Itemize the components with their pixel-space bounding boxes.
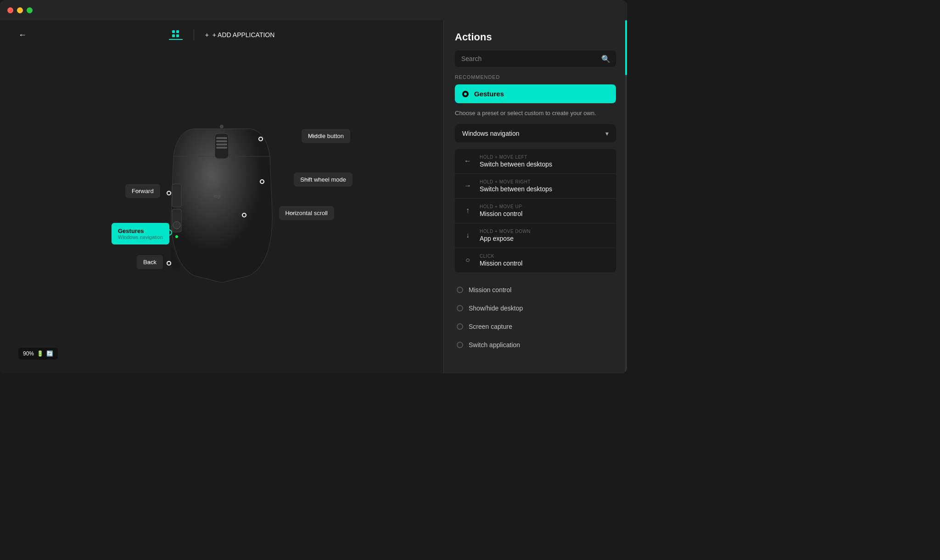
gesture-hint: HOLD + MOVE RIGHT [480,179,552,184]
svg-rect-3 [216,144,227,145]
other-option[interactable]: Mission control [455,282,616,298]
shift-wheel-text: Shift wheel mode [300,176,346,183]
svg-text:logi: logi [213,194,221,199]
gesture-list: ← HOLD + MOVE LEFT Switch between deskto… [455,149,616,272]
search-icon: 🔍 [601,55,610,63]
svg-rect-4 [216,147,227,149]
battery-bar: 90% 🔋 🔄 [18,348,58,360]
back-button[interactable]: ← [18,30,27,40]
svg-rect-1 [216,137,227,139]
svg-rect-2 [216,140,227,142]
preset-dropdown[interactable]: Windows navigation ▾ [455,124,616,143]
svg-point-7 [173,222,180,229]
battery-percent: 90% [23,350,34,357]
back-dot [167,261,171,266]
close-button[interactable] [7,7,13,13]
recommended-label: RECOMMENDED [455,74,616,80]
gesture-name: Switch between desktops [480,161,552,168]
titlebar [0,0,627,20]
traffic-lights [7,7,33,13]
back-label[interactable]: Back [137,255,163,269]
gesture-hint: HOLD + MOVE DOWN [480,229,531,234]
apps-grid-icon [172,30,179,37]
horizontal-scroll-label[interactable]: Horizontal scroll [279,206,334,220]
scrollbar-thumb[interactable] [625,20,627,75]
mouse-diagram: logi Middle button Shift wheel mode [66,92,378,331]
gestures-option-label: Gestures [474,90,504,98]
chevron-down-icon: ▾ [605,130,609,137]
svg-rect-5 [172,184,181,207]
horizontal-scroll-text: Horizontal scroll [285,210,328,216]
toolbar-separator [194,29,194,40]
gesture-arrow-icon: ↓ [462,230,473,241]
gesture-item[interactable]: ← HOLD + MOVE LEFT Switch between deskto… [455,149,616,174]
gesture-text-content: HOLD + MOVE UP Mission control [480,204,522,217]
other-option-label: Mission control [469,286,511,294]
gesture-name: Switch between desktops [480,185,552,193]
gesture-item[interactable]: ↑ HOLD + MOVE UP Mission control [455,199,616,223]
gesture-hint: HOLD + MOVE LEFT [480,155,552,160]
add-application-button[interactable]: + + ADD APPLICATION [205,31,275,39]
horizontal-scroll-dot [242,213,246,217]
gesture-hint: CLICK [480,254,522,259]
gesture-arrow-icon: ↑ [462,205,473,216]
middle-button-label[interactable]: Middle button [302,129,350,143]
gesture-name: App expose [480,235,531,242]
search-input[interactable] [455,50,616,67]
gesture-arrow-icon: ← [462,155,473,166]
forward-dot [167,191,171,195]
gesture-name: Mission control [480,260,522,267]
battery-icon: 🔋 [37,350,44,357]
svg-point-10 [220,125,224,128]
shift-wheel-dot [260,179,264,184]
dropdown-value: Windows navigation [462,130,520,137]
gestures-option[interactable]: Gestures [455,84,616,103]
plus-icon: + [205,31,209,39]
gesture-arrow-icon: → [462,180,473,191]
left-panel: ← + + ADD APPLICATION [0,20,443,373]
forward-text: Forward [132,188,154,194]
mouse-area: logi Middle button Shift wheel mode [0,50,443,373]
other-options: Mission control Show/hide desktop Screen… [455,282,616,353]
middle-button-text: Middle button [308,133,344,139]
back-text: Back [143,259,157,266]
gesture-item[interactable]: ↓ HOLD + MOVE DOWN App expose [455,223,616,248]
gesture-hint: HOLD + MOVE UP [480,204,522,209]
gesture-text-content: CLICK Mission control [480,254,522,267]
main-content: ← + + ADD APPLICATION [0,20,627,373]
gestures-label[interactable]: Gestures Windows navigation [112,223,169,244]
preset-description: Choose a preset or select custom to crea… [455,109,616,118]
other-radio [457,287,463,293]
gestures-sub-text: Windows navigation [118,234,163,240]
apps-button[interactable] [169,30,183,40]
app-window: ← + + ADD APPLICATION [0,0,627,373]
shift-wheel-label[interactable]: Shift wheel mode [294,172,352,187]
gesture-text-content: HOLD + MOVE DOWN App expose [480,229,531,242]
add-application-label: + ADD APPLICATION [213,31,275,39]
gesture-item[interactable]: ○ CLICK Mission control [455,248,616,272]
other-option-label: Show/hide desktop [469,305,523,312]
panel-scroll[interactable]: RECOMMENDED Gestures Choose a preset or … [444,74,627,373]
minimize-button[interactable] [17,7,23,13]
gestures-radio [462,91,469,97]
right-panel: Actions 🔍 RECOMMENDED Gestures Choose a … [443,20,627,373]
fullscreen-button[interactable] [27,7,33,13]
other-option-label: Switch application [469,341,520,349]
top-toolbar: ← + + ADD APPLICATION [0,20,443,50]
other-option[interactable]: Screen capture [455,318,616,335]
other-radio [457,305,463,311]
forward-label[interactable]: Forward [125,184,160,198]
gestures-text: Gestures [118,227,163,234]
gesture-name: Mission control [480,210,522,217]
svg-point-8 [175,235,178,238]
sync-icon: 🔄 [46,350,53,357]
gesture-text-content: HOLD + MOVE RIGHT Switch between desktop… [480,179,552,193]
gesture-item[interactable]: → HOLD + MOVE RIGHT Switch between deskt… [455,174,616,199]
mouse-svg: logi [167,120,277,285]
other-option[interactable]: Show/hide desktop [455,300,616,316]
gesture-text-content: HOLD + MOVE LEFT Switch between desktops [480,155,552,168]
other-option[interactable]: Switch application [455,337,616,353]
gestures-dot [166,229,172,236]
other-option-label: Screen capture [469,323,512,330]
other-radio [457,342,463,348]
